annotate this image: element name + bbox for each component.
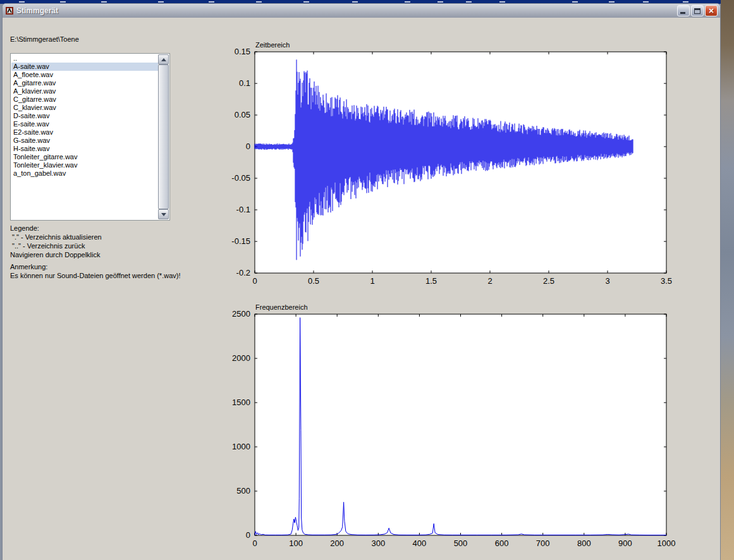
list-item[interactable]: Tonleiter_klavier.wav (11, 161, 158, 169)
y-tick-label: 1500 (232, 398, 250, 407)
y-tick-label: 0 (246, 530, 250, 540)
y-tick-label: -0.1 (236, 205, 250, 214)
x-tick-label: 3.5 (661, 276, 672, 286)
frequency-domain-chart: 0100200300400500600700800900100005001000… (215, 300, 678, 554)
minimize-button[interactable] (677, 5, 690, 16)
list-item[interactable]: H-saite.wav (11, 145, 158, 153)
y-tick-label: -0.2 (236, 268, 250, 277)
x-tick-label: 1.5 (425, 276, 437, 286)
legend-line-back: ".." - Verzeichnis zurück (12, 242, 85, 250)
time-domain-chart: 00.511.522.533.5-0.2-0.15-0.1-0.0500.050… (215, 38, 678, 293)
y-tick-label: 0.05 (235, 110, 250, 119)
directory-path-label: E:\Stimmgeraet\Toene (10, 35, 79, 43)
y-tick-label: 2000 (232, 353, 250, 363)
list-item[interactable]: A_floete.wav (11, 71, 158, 79)
list-item[interactable]: .. (11, 54, 158, 63)
figure-canvas: E:\Stimmgeraet\Toene ..A-saite.wavA_floe… (3, 18, 720, 560)
list-item[interactable]: Tonleiter_gitarre.wav (11, 153, 158, 161)
x-tick-label: 2 (487, 276, 492, 286)
minimize-icon (680, 12, 685, 14)
list-item[interactable]: D-saite.wav (11, 112, 158, 120)
note-text: Es können nur Sound-Dateien geöffnet wer… (10, 272, 180, 279)
list-item[interactable]: E-saite.wav (11, 120, 158, 128)
x-tick-label: 1000 (658, 539, 676, 548)
list-item[interactable]: G-saite.wav (11, 137, 158, 145)
y-tick-label: 500 (236, 486, 250, 496)
x-tick-label: 0.5 (308, 276, 319, 286)
list-item[interactable]: C_klavier.wav (11, 104, 158, 112)
note-heading: Anmerkung: (10, 263, 47, 271)
list-item[interactable]: a_ton_gabel.wav (11, 169, 158, 178)
legend-heading: Legende: (10, 224, 39, 232)
legend-line-refresh: "." - Verzeichnis aktualisieren (12, 233, 102, 241)
arrow-up-icon (161, 58, 166, 61)
list-item[interactable]: C_gitarre.wav (11, 95, 158, 104)
file-list-items: ..A-saite.wavA_floete.wavA_gitarre.wavA_… (11, 54, 158, 219)
x-tick-label: 700 (536, 539, 550, 548)
x-tick-label: 300 (371, 539, 385, 548)
x-tick-label: 400 (413, 539, 427, 548)
list-item[interactable]: A-saite.wav (11, 63, 158, 71)
close-icon: ✕ (708, 8, 714, 15)
window-title: Stimmgerät (16, 6, 58, 15)
x-tick-label: 200 (330, 539, 344, 548)
chart-title: Frequenzbereich (255, 303, 308, 311)
desktop-wallpaper-sliver (721, 0, 734, 560)
y-tick-label: 2500 (232, 309, 250, 319)
maximize-button[interactable] (691, 5, 704, 16)
x-tick-label: 1 (370, 276, 374, 286)
arrow-down-icon (161, 213, 166, 216)
y-tick-label: 0 (246, 142, 250, 151)
plot-box (255, 314, 666, 535)
scroll-down-button[interactable] (158, 209, 169, 219)
y-tick-label: -0.15 (231, 236, 250, 246)
y-tick-label: 0.1 (239, 78, 250, 88)
x-tick-label: 100 (289, 539, 303, 548)
maximize-icon (694, 8, 700, 14)
x-tick-label: 600 (495, 539, 509, 548)
chart-title: Zeitbereich (255, 41, 290, 49)
x-tick-label: 3 (605, 276, 609, 286)
x-tick-label: 0 (252, 276, 257, 286)
scrollbar-thumb[interactable] (158, 64, 169, 209)
app-icon[interactable] (5, 6, 14, 15)
close-button[interactable]: ✕ (705, 5, 718, 16)
y-tick-label: -0.05 (231, 173, 250, 183)
app-window: Stimmgerät ✕ E:\Stimmgeraet\Toene ..A-sa… (2, 3, 721, 560)
scroll-up-button[interactable] (158, 54, 169, 64)
y-tick-label: 1000 (232, 442, 250, 451)
x-tick-label: 500 (454, 539, 468, 548)
legend-line-doubleclick: Navigieren durch Doppelklick (10, 251, 100, 259)
x-tick-label: 2.5 (543, 276, 554, 286)
file-listbox[interactable]: ..A-saite.wavA_floete.wavA_gitarre.wavA_… (10, 53, 170, 221)
list-item[interactable]: E2-saite.wav (11, 128, 158, 137)
list-item[interactable]: A_klavier.wav (11, 87, 158, 95)
x-tick-label: 800 (577, 539, 591, 548)
y-tick-label: 0.15 (235, 47, 250, 56)
list-item[interactable]: A_gitarre.wav (11, 79, 158, 87)
x-tick-label: 900 (618, 539, 632, 548)
listbox-scrollbar[interactable] (158, 54, 169, 219)
x-tick-label: 0 (252, 539, 257, 548)
screen: Stimmgerät ✕ E:\Stimmgeraet\Toene ..A-sa… (0, 0, 734, 560)
title-bar[interactable]: Stimmgerät ✕ (3, 4, 720, 18)
